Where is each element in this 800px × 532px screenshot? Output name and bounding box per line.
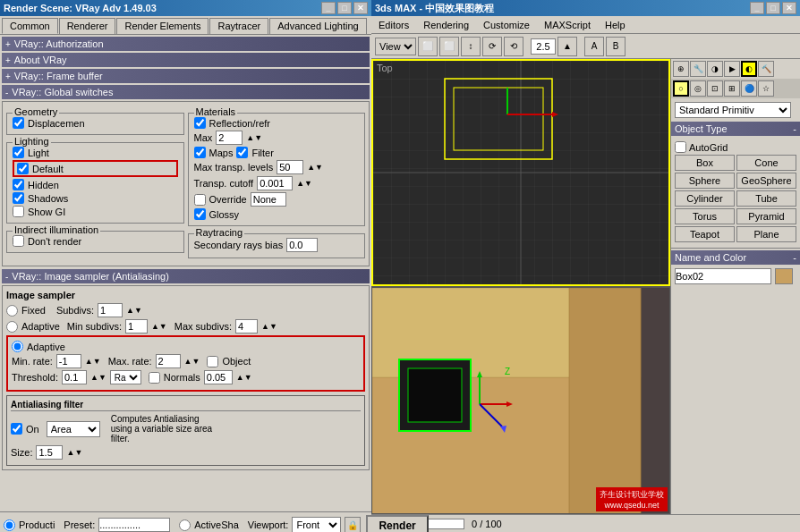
min-subdivs-input[interactable] <box>125 319 148 334</box>
normals-value-input[interactable] <box>204 370 233 384</box>
preset-input[interactable] <box>98 518 170 532</box>
about-bar[interactable]: + About VRay <box>2 53 370 67</box>
view-select[interactable]: View <box>375 38 416 55</box>
tb-btn6[interactable]: ▲ <box>557 37 577 56</box>
panel-subtab-2[interactable]: ◎ <box>690 80 706 97</box>
max-rate-spinner[interactable]: ▲▼ <box>184 357 200 366</box>
panel-subtab-5[interactable]: 🔵 <box>741 80 757 97</box>
tb-btn3[interactable]: ↕ <box>461 37 481 56</box>
show-gi-checkbox[interactable] <box>13 206 24 217</box>
name-color-rollout[interactable]: Name and Color - <box>671 250 800 265</box>
framebuffer-bar[interactable]: + VRay:: Frame buffer <box>2 69 370 83</box>
max-input[interactable] <box>216 131 243 145</box>
subdivs-spinner[interactable]: ▲▼ <box>126 306 142 315</box>
light-checkbox[interactable] <box>13 147 24 158</box>
maximize-button[interactable]: □ <box>337 2 352 14</box>
normals-checkbox[interactable] <box>149 372 160 384</box>
tb-btn2[interactable]: ⬜ <box>439 37 459 56</box>
viewport-select[interactable]: Front <box>292 517 341 532</box>
tab-advanced-lighting[interactable]: Advanced Lighting <box>269 18 367 34</box>
panel-tab-display[interactable]: ◐ <box>741 61 757 77</box>
pyramid-button[interactable]: Pyramid <box>736 208 796 224</box>
app-close-button[interactable]: ✕ <box>782 2 796 14</box>
default-checkbox[interactable] <box>17 163 29 174</box>
filter-checkbox[interactable] <box>236 147 248 158</box>
tab-common[interactable]: Common <box>2 18 58 34</box>
tube-button[interactable]: Tube <box>736 190 796 207</box>
dont-render-checkbox[interactable] <box>13 235 24 247</box>
sphere-button[interactable]: Sphere <box>675 173 735 189</box>
torus-button[interactable]: Torus <box>675 208 735 224</box>
hidden-checkbox[interactable] <box>13 179 24 190</box>
cylinder-button[interactable]: Cylinder <box>675 190 735 207</box>
menu-help[interactable]: Help <box>601 20 629 30</box>
aa-filter-type[interactable]: Area <box>47 421 100 437</box>
ranc-select[interactable]: Ranc <box>110 370 141 384</box>
minimize-button[interactable]: _ <box>321 2 336 14</box>
threshold-spinner[interactable]: ▲▼ <box>90 373 106 382</box>
subdivs-input[interactable] <box>98 303 123 317</box>
min-rate-input[interactable] <box>56 354 81 368</box>
panel-subtab-3[interactable]: ⊡ <box>707 80 723 97</box>
secondary-rays-input[interactable] <box>286 238 318 252</box>
standard-primitives-select[interactable]: Standard Primitiv <box>675 102 791 118</box>
render-button[interactable]: Render <box>366 515 428 532</box>
persp-viewport[interactable]: Perspective <box>371 287 670 514</box>
geosphere-button[interactable]: GeoSphere <box>736 173 796 189</box>
transp-cutoff-input[interactable] <box>257 176 293 190</box>
tab-render-elements[interactable]: Render Elements <box>116 18 209 34</box>
activeshade-radio[interactable] <box>179 519 191 531</box>
teapot-button[interactable]: Teapot <box>675 226 735 242</box>
normals-spinner[interactable]: ▲▼ <box>236 373 252 382</box>
menu-customize[interactable]: Customize <box>480 20 533 30</box>
max-transp-spinner[interactable]: ▲▼ <box>307 163 323 172</box>
tb-btn8[interactable]: B <box>606 37 626 56</box>
close-button[interactable]: ✕ <box>353 2 368 14</box>
panel-tab-hierarchy[interactable]: ◑ <box>707 61 723 77</box>
plane-button[interactable]: Plane <box>736 226 796 242</box>
top-viewport[interactable]: Top <box>371 59 670 286</box>
tb-btn4[interactable]: ⟳ <box>482 37 502 56</box>
panel-subtab-1[interactable]: ○ <box>673 80 689 97</box>
tb-btn5[interactable]: ⟲ <box>504 37 523 56</box>
app-maximize-button[interactable]: □ <box>766 2 780 14</box>
tab-renderer[interactable]: Renderer <box>59 18 116 34</box>
color-swatch[interactable] <box>775 268 793 284</box>
override-checkbox[interactable] <box>194 194 206 206</box>
tab-raytracer[interactable]: Raytracer <box>209 18 268 34</box>
max-subdivs-input[interactable] <box>235 319 258 334</box>
box-button[interactable]: Box <box>675 155 735 171</box>
authorization-bar[interactable]: + VRay:: Authorization <box>2 37 370 51</box>
min-rate-spinner[interactable]: ▲▼ <box>85 357 101 366</box>
object-type-rollout[interactable]: Object Type - <box>671 122 800 136</box>
max-transp-input[interactable] <box>277 160 303 174</box>
maps-checkbox[interactable] <box>194 147 206 158</box>
zoom-field[interactable] <box>531 38 556 55</box>
adaptive1-radio[interactable] <box>6 321 18 333</box>
object-checkbox[interactable] <box>207 356 218 367</box>
transp-cutoff-spinner[interactable]: ▲▼ <box>296 179 312 188</box>
max-spinner[interactable]: ▲▼ <box>246 133 262 142</box>
fixed-radio[interactable] <box>6 305 18 317</box>
producti-radio[interactable] <box>4 519 15 531</box>
aa-filter-on-checkbox[interactable] <box>11 423 22 435</box>
object-name-input[interactable] <box>675 268 771 284</box>
size-input[interactable] <box>36 445 63 460</box>
lock-button[interactable]: 🔒 <box>345 517 361 532</box>
displacement-checkbox[interactable] <box>13 117 24 129</box>
autogrid-checkbox[interactable] <box>675 141 686 153</box>
adaptive2-radio[interactable] <box>12 341 23 352</box>
max-subdivs-spinner[interactable]: ▲▼ <box>261 322 277 331</box>
max-rate-input[interactable] <box>156 354 181 368</box>
panel-subtab-6[interactable]: ☆ <box>758 80 774 97</box>
global-switches-bar[interactable]: - VRay:: Global switches <box>2 85 370 99</box>
panel-tab-create[interactable]: ⊕ <box>673 61 689 77</box>
panel-tab-modify[interactable]: 🔧 <box>690 61 706 77</box>
size-spinner[interactable]: ▲▼ <box>66 448 82 457</box>
glossy-checkbox[interactable] <box>194 208 206 220</box>
image-sampler-bar[interactable]: - VRay:: Image sampler (Antialiasing) <box>2 269 370 283</box>
tb-btn1[interactable]: ⬜ <box>418 37 438 56</box>
app-minimize-button[interactable]: _ <box>750 2 764 14</box>
tb-btn7[interactable]: A <box>584 37 604 56</box>
panel-subtab-4[interactable]: ⊞ <box>724 80 740 97</box>
